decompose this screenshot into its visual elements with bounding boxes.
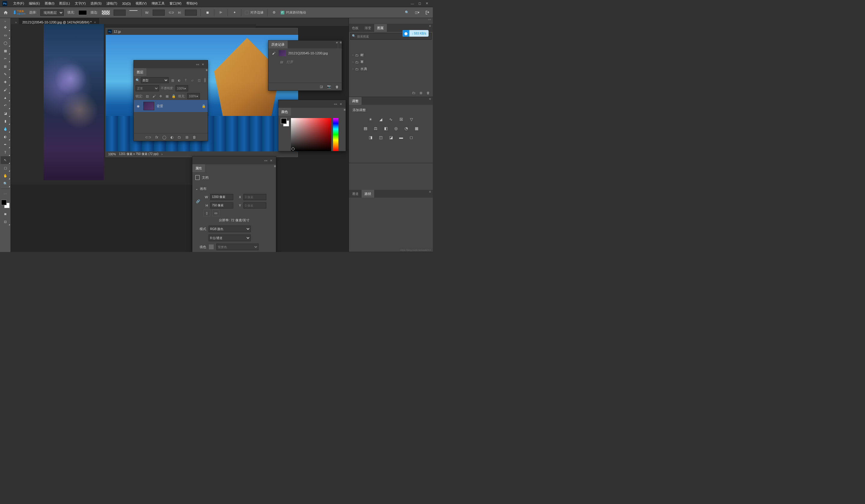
search-icon[interactable]: 🔍: [404, 10, 410, 16]
gradients-tab[interactable]: 渐变: [361, 24, 374, 32]
levels-icon[interactable]: ◢: [378, 117, 384, 122]
stamp-tool[interactable]: ▲: [1, 94, 10, 102]
filter-shape-icon[interactable]: ▱: [190, 78, 195, 83]
properties-panel[interactable]: ««✕ 属性≡ 文档 ⌄画布 🔗 WX HY ▯▭ 分辨率: 72 像: [192, 156, 276, 252]
gear-icon[interactable]: ⚙: [271, 10, 277, 16]
eyedropper-tool[interactable]: ✎: [1, 70, 10, 78]
filter-type-icon[interactable]: T: [183, 78, 188, 83]
delete-state-icon[interactable]: 🗑: [335, 85, 339, 89]
tree-folder[interactable]: ›🗀水滴: [349, 66, 433, 72]
lock-pixels-icon[interactable]: ▨: [145, 94, 150, 98]
opacity-field[interactable]: 100%▾: [175, 85, 188, 91]
close-button[interactable]: ✕: [423, 0, 430, 7]
layer-lock-icon[interactable]: 🔒: [202, 104, 206, 108]
color-balance-icon[interactable]: ⚖: [373, 126, 379, 131]
exposure-icon[interactable]: ☒: [398, 117, 404, 122]
lock-artboard-icon[interactable]: ▦: [165, 94, 170, 98]
snapshot-icon[interactable]: 📷: [327, 85, 331, 89]
filter-toggle[interactable]: [204, 78, 206, 82]
filter-pixel-icon[interactable]: ▨: [170, 78, 175, 83]
lock-all-icon[interactable]: 🔒: [171, 94, 176, 98]
download-badge[interactable]: ⬤ 593 KB/s: [402, 30, 429, 37]
hue-slider[interactable]: [333, 118, 338, 151]
menu-view[interactable]: 视图(V): [133, 1, 149, 6]
saturation-value-picker[interactable]: [291, 118, 331, 151]
history-tab[interactable]: 历史记录: [268, 40, 288, 48]
curves-icon[interactable]: ∿: [388, 117, 394, 122]
color-fg-bg[interactable]: [281, 118, 289, 127]
delete-pattern-icon[interactable]: 🗑: [426, 91, 430, 95]
screenmode-tool[interactable]: ⊡: [1, 218, 10, 225]
doc2-chevron-icon[interactable]: ›: [161, 153, 162, 156]
swatches-tab[interactable]: 色板: [349, 24, 361, 32]
canvas-x-field[interactable]: [243, 194, 266, 200]
move-tool[interactable]: ✥: [1, 23, 10, 31]
stroke-swatch[interactable]: [102, 10, 110, 15]
type-tool[interactable]: T: [1, 148, 10, 156]
vibrance-icon[interactable]: ▽: [408, 117, 414, 122]
color-panel-head[interactable]: ««✕: [278, 100, 346, 108]
canvas-y-field[interactable]: [243, 202, 266, 209]
menu-window[interactable]: 窗口(W): [167, 1, 184, 6]
delete-layer-icon[interactable]: 🗑: [193, 135, 196, 139]
shape-tool[interactable]: ▢: [1, 164, 10, 172]
lasso-tool[interactable]: ◯: [1, 39, 10, 47]
landscape-icon[interactable]: ▭: [212, 210, 219, 216]
menu-image[interactable]: 图像(I): [42, 1, 57, 6]
adjustments-tab[interactable]: 调整: [349, 97, 361, 105]
menu-3d[interactable]: 3D(D): [119, 2, 133, 5]
tree-folder[interactable]: ›🗀树: [349, 52, 433, 59]
frame-tool[interactable]: ⊠: [1, 62, 10, 70]
panel-menu-icon[interactable]: ≡: [206, 68, 208, 76]
object-select-tool[interactable]: ▦: [1, 47, 10, 55]
panel-menu-icon[interactable]: ≡: [338, 40, 342, 48]
properties-tab[interactable]: 属性: [192, 164, 205, 172]
panel-close-icon[interactable]: ✕: [338, 103, 343, 106]
fx-icon[interactable]: fx: [155, 135, 158, 139]
color-lookup-icon[interactable]: ▦: [414, 126, 419, 131]
h-field[interactable]: [185, 10, 197, 16]
new-doc-from-state-icon[interactable]: ◲: [320, 85, 323, 89]
panel-menu-icon[interactable]: ≡: [274, 164, 276, 172]
hand-tool[interactable]: ✋: [1, 172, 10, 180]
menu-file[interactable]: 文件(F): [11, 1, 26, 6]
canvas-width-field[interactable]: [210, 194, 233, 200]
panel-menu-icon[interactable]: ≡: [427, 190, 433, 198]
panel-close-icon[interactable]: ✕: [200, 63, 205, 66]
history-snapshot[interactable]: 🖌 20121Q20545-10-1200.jpg: [268, 48, 342, 58]
zoom-tool[interactable]: 🔍: [1, 180, 10, 187]
group-icon[interactable]: 🗀: [177, 135, 181, 139]
minimize-button[interactable]: —: [409, 0, 416, 7]
dodge-tool[interactable]: ◐: [1, 133, 10, 141]
menu-plugins[interactable]: 增效工具: [149, 1, 167, 6]
link-dims-icon[interactable]: 🔗: [196, 199, 200, 203]
doc2-titlebar[interactable]: Ps 12.jp: [106, 28, 298, 35]
collapse-icon[interactable]: ««: [333, 103, 338, 106]
paths-tab[interactable]: 路径: [361, 190, 374, 198]
posterize-icon[interactable]: ◫: [378, 134, 384, 140]
layers-tab[interactable]: 图层: [134, 68, 146, 76]
photo-filter-icon[interactable]: ◎: [393, 126, 399, 131]
layers-panel[interactable]: «« ✕ 图层≡ 🔍 类型 ▨ ◐ T ▱ ◫ 正常 不透明度: 100%▾ 锁…: [134, 60, 208, 141]
menu-help[interactable]: 帮助(H): [184, 1, 200, 6]
adjustment-icon[interactable]: ◐: [170, 135, 173, 139]
hue-sat-icon[interactable]: ▤: [362, 126, 368, 131]
maximize-button[interactable]: ◻: [416, 0, 423, 7]
panel-menu-icon[interactable]: ≡: [344, 108, 346, 116]
filter-smart-icon[interactable]: ◫: [196, 78, 202, 83]
patterns-tab[interactable]: 图案: [374, 24, 387, 32]
layer-thumbnail[interactable]: [143, 102, 154, 110]
collapse-icon[interactable]: ««: [195, 63, 200, 66]
path-op-icon[interactable]: ◼: [204, 10, 210, 16]
blur-tool[interactable]: 💧: [1, 125, 10, 133]
share-icon[interactable]: [424, 10, 430, 16]
portrait-icon[interactable]: ▯: [203, 210, 210, 216]
doc2-zoom[interactable]: 100%: [108, 153, 116, 156]
toolbar-expand[interactable]: »: [0, 19, 11, 23]
menu-layer[interactable]: 图层(L): [57, 1, 72, 6]
fg-bg-color[interactable]: [1, 200, 10, 208]
layers-panel-head[interactable]: «« ✕: [134, 60, 208, 68]
path-select-tool[interactable]: ↖: [1, 156, 10, 164]
fill-swatch[interactable]: [79, 10, 87, 15]
crop-tool[interactable]: ✂: [1, 55, 10, 62]
